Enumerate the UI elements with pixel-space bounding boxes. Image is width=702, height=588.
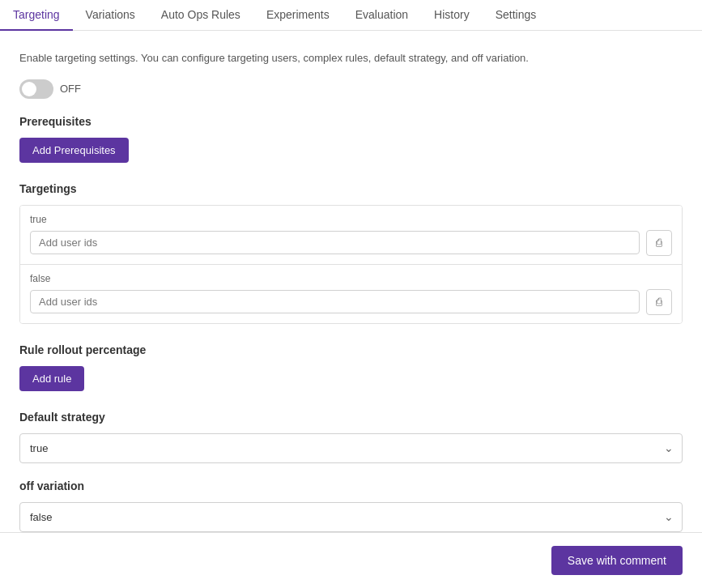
- true-user-ids-input[interactable]: [30, 231, 640, 254]
- tab-experiments[interactable]: Experiments: [253, 0, 342, 31]
- tab-targeting[interactable]: Targeting: [0, 0, 73, 31]
- targetings-header: Targetings: [19, 182, 683, 195]
- toggle-label: OFF: [60, 83, 81, 95]
- toggle-row: OFF: [19, 79, 683, 99]
- tab-variations[interactable]: Variations: [73, 0, 148, 31]
- targeting-description: Enable targeting settings. You can confi…: [19, 50, 683, 66]
- off-variation-select[interactable]: false ⌄: [19, 502, 683, 532]
- add-prerequisites-button[interactable]: Add Prerequisites: [19, 138, 129, 163]
- off-variation-header: off variation: [19, 479, 683, 492]
- default-strategy-select[interactable]: true ⌄: [19, 433, 683, 463]
- targeting-toggle[interactable]: [19, 79, 53, 99]
- targeting-card: true ⎙ false ⎙: [19, 205, 683, 324]
- default-strategy-value: true: [20, 434, 682, 462]
- targeting-true-label: true: [30, 214, 672, 225]
- copy-false-button[interactable]: ⎙: [646, 289, 672, 315]
- default-strategy-header: Default strategy: [19, 411, 683, 424]
- copy-true-button[interactable]: ⎙: [646, 230, 672, 256]
- off-variation-section: off variation false ⌄: [19, 479, 683, 532]
- targeting-row-false: false ⎙: [20, 265, 682, 323]
- rule-rollout-header: Rule rollout percentage: [19, 343, 683, 356]
- prerequisites-header: Prerequisites: [19, 115, 683, 128]
- nav-tabs: Targeting Variations Auto Ops Rules Expe…: [0, 0, 702, 31]
- targeting-false-label: false: [30, 273, 672, 284]
- targetings-section: Targetings true ⎙ false ⎙: [19, 182, 683, 324]
- rule-rollout-section: Rule rollout percentage Add rule: [19, 343, 683, 391]
- copy-icon: ⎙: [656, 236, 662, 249]
- add-rule-button[interactable]: Add rule: [19, 366, 84, 391]
- save-with-comment-button[interactable]: Save with comment: [551, 546, 683, 575]
- false-user-ids-input[interactable]: [30, 290, 640, 313]
- targeting-row-true: true ⎙: [20, 206, 682, 265]
- main-content: Enable targeting settings. You can confi…: [0, 31, 702, 568]
- targeting-true-input-row: ⎙: [30, 230, 672, 256]
- tab-settings[interactable]: Settings: [483, 0, 550, 31]
- copy-icon: ⎙: [656, 296, 662, 308]
- default-strategy-section: Default strategy true ⌄: [19, 411, 683, 463]
- save-bar: Save with comment: [0, 532, 702, 588]
- prerequisites-section: Prerequisites Add Prerequisites: [19, 115, 683, 163]
- off-variation-value: false: [20, 503, 682, 531]
- tab-auto-ops-rules[interactable]: Auto Ops Rules: [148, 0, 253, 31]
- targeting-false-input-row: ⎙: [30, 289, 672, 315]
- tab-evaluation[interactable]: Evaluation: [342, 0, 421, 31]
- tab-history[interactable]: History: [421, 0, 483, 31]
